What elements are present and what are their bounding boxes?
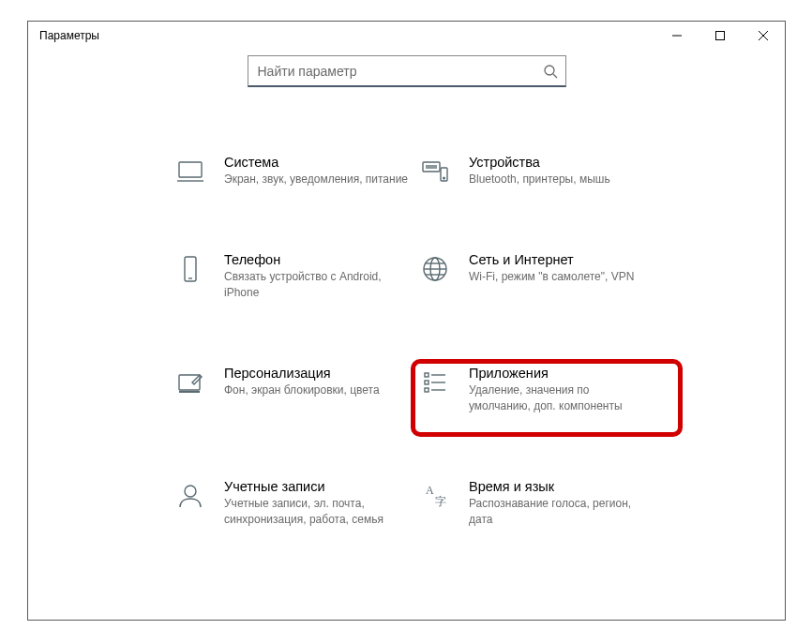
tile-title: Сеть и Интернет [469, 252, 634, 267]
devices-icon [418, 155, 452, 188]
tile-body: Устройства Bluetooth, принтеры, мышь [469, 155, 610, 187]
tile-body: Система Экран, звук, уведомления, питани… [224, 155, 408, 187]
tile-body: Телефон Связать устройство с Android, iP… [224, 252, 409, 302]
svg-rect-24 [425, 381, 429, 384]
tile-title: Приложения [469, 366, 654, 381]
settings-grid: Система Экран, звук, уведомления, питани… [159, 106, 654, 533]
tile-apps[interactable]: Приложения Удаление, значения по умолчан… [418, 360, 654, 421]
tile-accounts[interactable]: Учетные записи Учетные записи, эл. почта… [173, 473, 409, 534]
tile-sub: Распознавание голоса, регион, дата [469, 496, 654, 529]
tile-body: Приложения Удаление, значения по умолчан… [469, 366, 654, 415]
svg-rect-13 [185, 257, 196, 281]
svg-rect-6 [179, 162, 202, 177]
tile-network[interactable]: Сеть и Интернет Wi-Fi, режим "в самолете… [418, 247, 654, 307]
titlebar: Параметры [28, 22, 785, 50]
search-wrap: Найти параметр [159, 50, 654, 106]
svg-line-5 [553, 74, 557, 78]
system-icon [173, 155, 207, 188]
tile-time-language[interactable]: A 字 Время и язык Распознавание голоса, р… [418, 473, 654, 534]
svg-point-4 [545, 66, 554, 75]
tile-system[interactable]: Система Экран, звук, уведомления, питани… [173, 149, 409, 194]
tile-body: Персонализация Фон, экран блокировки, цв… [224, 366, 380, 398]
tile-title: Учетные записи [224, 479, 409, 494]
settings-window: Параметры Найти параметр [27, 21, 786, 621]
tile-title: Телефон [224, 252, 409, 267]
svg-rect-22 [425, 373, 429, 377]
accounts-icon [173, 479, 207, 513]
search-icon [543, 64, 558, 79]
svg-rect-26 [425, 388, 429, 392]
svg-rect-1 [716, 32, 725, 40]
network-icon [418, 252, 452, 286]
tile-sub: Экран, звук, уведомления, питание [224, 172, 408, 187]
time-language-icon: A 字 [418, 479, 452, 513]
close-button[interactable] [742, 22, 785, 50]
tile-body: Сеть и Интернет Wi-Fi, режим "в самолете… [469, 252, 634, 285]
content-area: Найти параметр Система Экран, звук, увед… [28, 50, 785, 533]
search-input[interactable]: Найти параметр [248, 55, 566, 87]
tile-title: Время и язык [469, 479, 654, 494]
tile-body: Время и язык Распознавание голоса, регио… [469, 479, 654, 529]
phone-icon [173, 252, 207, 286]
tile-title: Устройства [469, 155, 610, 170]
svg-point-10 [444, 177, 445, 179]
tile-phone[interactable]: Телефон Связать устройство с Android, iP… [173, 247, 409, 307]
apps-icon [418, 366, 452, 399]
tile-sub: Bluetooth, принтеры, мышь [469, 172, 610, 187]
svg-point-28 [185, 486, 196, 497]
svg-text:A: A [426, 484, 434, 497]
tile-personalization[interactable]: Персонализация Фон, экран блокировки, цв… [173, 360, 409, 421]
tile-sub: Фон, экран блокировки, цвета [224, 382, 380, 398]
tile-sub: Учетные записи, эл. почта, синхронизация… [224, 496, 409, 529]
maximize-button[interactable] [699, 22, 742, 50]
tile-title: Система [224, 155, 408, 170]
tile-sub: Wi-Fi, режим "в самолете", VPN [469, 269, 634, 285]
minimize-button[interactable] [655, 22, 699, 50]
tile-body: Учетные записи Учетные записи, эл. почта… [224, 479, 409, 529]
window-controls [655, 22, 785, 50]
personalization-icon [173, 366, 207, 399]
tile-devices[interactable]: Устройства Bluetooth, принтеры, мышь [418, 149, 654, 194]
tile-sub: Удаление, значения по умолчанию, доп. ко… [469, 382, 654, 415]
window-title: Параметры [39, 29, 655, 42]
tile-sub: Связать устройство с Android, iPhone [224, 269, 409, 302]
tile-title: Персонализация [224, 366, 380, 381]
svg-rect-8 [423, 162, 440, 172]
search-placeholder: Найти параметр [256, 64, 543, 79]
svg-text:字: 字 [435, 495, 446, 508]
